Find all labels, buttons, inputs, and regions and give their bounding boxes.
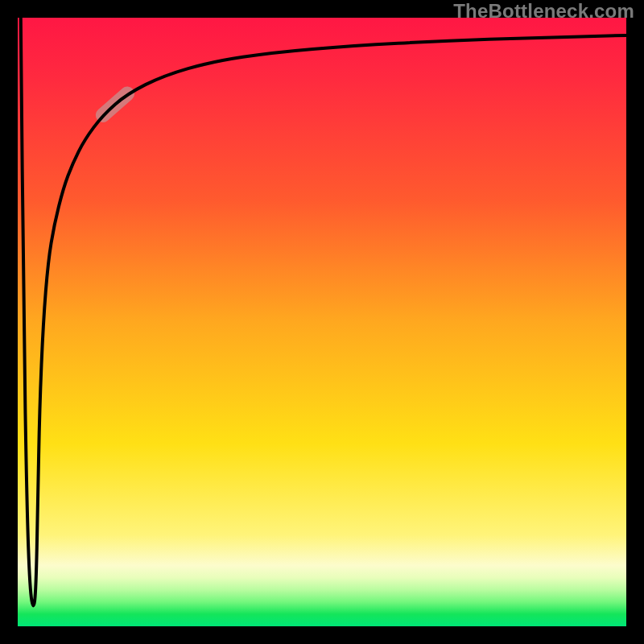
watermark-text: TheBottleneck.com <box>453 0 634 23</box>
chart-gradient-background <box>18 18 626 626</box>
chart-frame: TheBottleneck.com <box>0 0 644 644</box>
